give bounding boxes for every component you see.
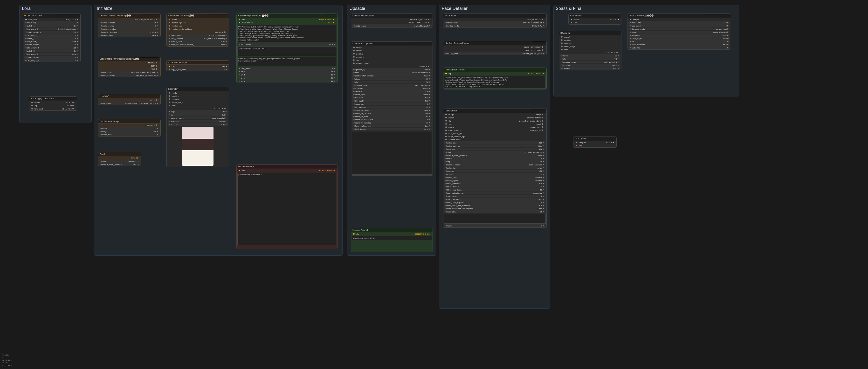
widget-lora_name_1[interactable]: ◀lora_name_1v3_sd15_adapter.ckpt▶ <box>24 28 80 30</box>
port-in-positive[interactable]: positive <box>560 39 620 41</box>
widget-switch_2[interactable]: ◀switch_2On▶ <box>24 37 80 40</box>
widget-sampler_name[interactable]: ◀sampler_nameeuler_ancestral▶ <box>352 84 432 87</box>
node-header[interactable]: Empty Latent Image <box>98 119 160 123</box>
neg-text[interactable]: (worst quality, low quality: 1.4) <box>237 173 337 245</box>
widget-vae_name[interactable]: ◀vae_namevae-ft-mse-840000-ema-pruned.ck… <box>99 102 159 105</box>
widget-pw_c[interactable]: ◀pw_c0.0▶ <box>238 76 337 79</box>
node-header[interactable]: Load VAE <box>98 94 160 98</box>
port-in-negative[interactable]: negative <box>560 42 620 44</box>
widget-clip_weight_2[interactable]: ◀clip_weight_21.00▶ <box>24 46 80 49</box>
widget-force_uniform_tiles[interactable]: ◀force_uniform_tilestrue▶ <box>352 124 432 127</box>
port-out-CLIP[interactable]: CLIP <box>99 64 159 67</box>
port-in-context_options[interactable]: context_options <box>168 21 228 24</box>
port-out-UPSCALE_MODEL[interactable]: UPSCALE_MODEL <box>352 18 432 21</box>
port-out-MODEL_NAME_TEXT[interactable]: MODEL_NAME_TEXT <box>352 21 432 24</box>
widget-seam_fix_mode[interactable]: ◀seam_fix_modeNone▶ <box>352 109 432 112</box>
widget-cycle[interactable]: ◀cycle1▶ <box>444 224 546 227</box>
node-header[interactable]: Seed <box>98 152 141 156</box>
widget-mask_blur[interactable]: ◀mask_blur8▶ <box>352 102 432 105</box>
port-out-VAE[interactable]: VAE <box>99 67 159 70</box>
prompt-text3[interactable]: black eyes, upper body, shy, pov, posing… <box>237 57 337 66</box>
port-in-latent_image[interactable]: latent_image <box>168 101 228 104</box>
widget-bbox_threshold[interactable]: ◀bbox_threshold0.35▶ <box>444 182 546 185</box>
port-in-seed[interactable]: seed <box>168 104 228 107</box>
node-ksampler-2[interactable]: KSampler modelpositivenegativelatent_ima… <box>559 31 621 70</box>
widget-device_mode[interactable]: ◀device_modePrefer GPU▶ <box>444 24 546 27</box>
widget-seam_fix_denoise[interactable]: ◀seam_fix_denoise1.00▶ <box>352 112 432 115</box>
widget-context_overlap[interactable]: ◀context_overlap4▶ <box>99 28 159 30</box>
widget-ckpt_name[interactable]: ◀ckpt_nameCetus_Mix_Coda2.safetensors▶ <box>99 71 159 73</box>
port-in-image[interactable]: image <box>352 46 432 49</box>
widget-pw_d[interactable]: ◀pw_d0.0▶ <box>238 80 337 83</box>
node-header[interactable]: SAMLoader <box>443 14 547 18</box>
widget-lora_name_2[interactable]: ◀lora_name_2None▶ <box>24 40 80 43</box>
port-in-positive[interactable]: positive <box>168 95 228 97</box>
widget-pw_b[interactable]: ◀pw_b0.0▶ <box>238 73 337 76</box>
node-video-combine[interactable]: ComfyUI-VideoHelperSuite Video Combine 🎥… <box>627 13 731 50</box>
widget-cfg[interactable]: ◀cfg7.0▶ <box>560 57 620 60</box>
node-samloader[interactable]: Impact Pack SAMLoader SAM_MODEL ● ◀model… <box>443 13 547 28</box>
widget-cfg[interactable]: ◀cfg6.0▶ <box>444 160 546 163</box>
node-ultimate-sd-upscale[interactable]: UltimateSDUpscale Ultimate SD Upscale im… <box>351 41 433 176</box>
widget-model_name[interactable]: ◀model_namebbox/face_yolov8n_v2.pt▶ <box>444 52 546 55</box>
widget-audio_file[interactable]: ◀audio_file▶ <box>628 46 730 49</box>
widget-model_name[interactable]: ◀model_namesam_vit_b_01ec64.pth▶ <box>444 21 546 24</box>
port-in-motion_lora[interactable]: motion_lora <box>168 24 228 27</box>
node-seed[interactable]: Seed INT ● ◀value100000000▶◀control_afte… <box>98 152 142 166</box>
widget-sam_detection_hint[interactable]: ◀sam_detection_hintmask-area▶ <box>444 191 546 194</box>
widget-scheduler[interactable]: ◀schedulerkarras▶ <box>560 64 620 67</box>
prompt-text2[interactable]: 18 years old girl, adult girl, solo, <box>237 46 337 56</box>
node-header[interactable]: Upscale Prompt <box>351 228 433 232</box>
widget-guide_size[interactable]: ◀guide_size128▶ <box>444 141 546 144</box>
node-header[interactable]: UltralyticsDetectorProvider <box>443 41 547 45</box>
widget-tiled_decode[interactable]: ◀tiled_decodefalse▶ <box>352 128 432 130</box>
prompt-text[interactable]: "*" : "(smiling: (0.5+0.5*sin(t/12))}, c… <box>237 25 337 42</box>
widget-scheduler[interactable]: ◀schedulerkarras▶ <box>444 166 546 169</box>
node-clip-set-last-layer[interactable]: CLIP Set Last Layer clipCLIP ● ◀stop_at_… <box>166 60 229 71</box>
port-out-SEGM_DETECTOR[interactable]: SEGM_DETECTOR <box>444 49 546 52</box>
widget-model_name[interactable]: ◀model_name4x-UltraSharp.pth▶ <box>352 24 432 27</box>
node-header[interactable]: VAE Encode <box>569 14 621 18</box>
widget-feather[interactable]: ◀feather3▶ <box>444 173 546 176</box>
widget-sam_dilation[interactable]: ◀sam_dilation0▶ <box>444 195 546 197</box>
port-in-negative[interactable]: negative <box>352 56 432 58</box>
node-header[interactable]: CLIP Set Last Layer <box>167 61 229 65</box>
widget-seed[interactable]: ◀seed1114602636947582▶ <box>444 151 546 154</box>
widget-width[interactable]: ◀width512▶ <box>99 127 159 130</box>
port-in-motion_model_settings[interactable]: motion_model_settings <box>168 28 228 30</box>
port-in-positive[interactable]: positive <box>352 52 432 55</box>
widget-sampler_name[interactable]: ◀sampler_nameeuler_ancestral▶ <box>560 61 620 63</box>
port-out-MODEL[interactable]: MODEL <box>99 61 159 64</box>
widget-switch_1[interactable]: ◀switch_1On▶ <box>24 24 80 27</box>
widget-cfg[interactable]: ◀cfg6.0▶ <box>168 113 228 116</box>
widget-seam_fix_padding[interactable]: ◀seam_fix_padding16▶ <box>352 121 432 124</box>
widget-crf[interactable]: ◀crf21▶ <box>628 40 730 43</box>
widget-pw_a[interactable]: ◀pw_a0.0▶ <box>238 70 337 73</box>
widget-control_after_generate[interactable]: ◀control_after_generatefixed▶ <box>444 154 546 157</box>
widget-loop_count[interactable]: ◀loop_count0▶ <box>628 24 730 27</box>
port-out-BBOX_DETECTOR[interactable]: BBOX_DETECTOR <box>444 45 546 49</box>
node-header[interactable]: VAE Decode <box>574 137 616 141</box>
widget-cfg[interactable]: ◀cfg7.0▶ <box>352 81 432 84</box>
node-cr-apply-lora[interactable]: Comfyroll Custom Nodes CR Apply LoRA Sta… <box>29 96 77 111</box>
widget-sam_bbox_expansion[interactable]: ◀sam_bbox_expansion0▶ <box>444 201 546 204</box>
node-negative-prompt[interactable]: Negative Prompt clipCONDITIONING ● (wors… <box>237 164 338 249</box>
node-upscale-model-loader[interactable]: WAS Node Suite Upscale Model Loader UPSC… <box>351 13 433 28</box>
widget-max_size[interactable]: ◀max_size768▶ <box>444 148 546 151</box>
widget-denoise[interactable]: ◀denoise0.30▶ <box>444 170 546 173</box>
widget-frame_rate[interactable]: ◀frame_rate12▶ <box>628 21 730 24</box>
node-header[interactable]: FaceDetailer Prompt <box>443 68 547 72</box>
widget-tile_padding[interactable]: ◀tile_padding32▶ <box>352 105 432 109</box>
widget-stop_at_clip_layer[interactable]: ◀stop_at_clip_layer-1▶ <box>168 68 228 71</box>
widget-lora_name_3[interactable]: ◀lora_name_3None▶ <box>24 53 80 56</box>
widget-beta_schedule[interactable]: ◀beta_schedulesqrt_linear (AnimateDiff)▶ <box>99 74 159 77</box>
widget-batch_size[interactable]: ◀batch_size▶ <box>99 133 159 136</box>
widget-context_stride[interactable]: ◀context_stride1▶ <box>99 24 159 27</box>
widget-context_schedule[interactable]: ◀context_scheduleuniform▶ <box>99 31 159 33</box>
node-header[interactable]: KSampler <box>559 31 621 35</box>
widget-mode_type[interactable]: ◀mode_typeLinear▶ <box>352 93 432 96</box>
widget-seam_fix_width[interactable]: ◀seam_fix_width64▶ <box>352 115 432 118</box>
widget-drop_size[interactable]: ◀drop_size10▶ <box>444 210 546 213</box>
widget-bbox_dilation[interactable]: ◀bbox_dilation3▶ <box>444 185 546 188</box>
node-facedetailer[interactable]: Impact Pack FaceDetailer imageimage mode… <box>443 109 547 228</box>
